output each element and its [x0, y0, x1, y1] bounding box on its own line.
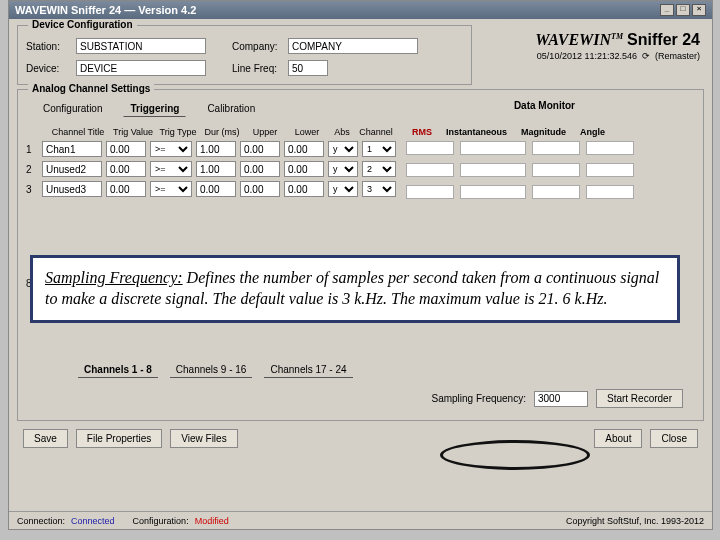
device-config-label: Device Configuration — [28, 19, 137, 30]
dm-inst — [460, 141, 526, 155]
trig-value-input[interactable] — [106, 181, 146, 197]
dm-rms — [406, 163, 454, 177]
dm-row — [406, 163, 695, 177]
start-recorder-button[interactable]: Start Recorder — [596, 389, 683, 408]
dm-angle — [586, 141, 634, 155]
company-label: Company: — [232, 41, 282, 52]
trig-type-select[interactable]: >= — [150, 141, 192, 157]
tab-configuration[interactable]: Configuration — [36, 100, 109, 117]
channel-select[interactable]: 2 — [362, 161, 396, 177]
conn-value: Connected — [71, 516, 115, 526]
statusbar: Connection: Connected Configuration: Mod… — [9, 511, 712, 529]
channel-page-tabs: Channels 1 - 8 Channels 9 - 16 Channels … — [78, 362, 353, 378]
analog-settings-label: Analog Channel Settings — [28, 83, 154, 94]
sampling-frequency-tooltip: Sampling Frequency: Defines the number o… — [30, 255, 680, 323]
trig-value-input[interactable] — [106, 141, 146, 157]
cfg-label: Configuration: — [133, 516, 189, 526]
device-input[interactable] — [76, 60, 206, 76]
channel-row: 3>=y3 — [26, 181, 396, 197]
titlebar: WAVEWIN Sniffer 24 — Version 4.2 _ □ × — [9, 1, 712, 19]
window-title: WAVEWIN Sniffer 24 — Version 4.2 — [15, 4, 196, 16]
lower-input[interactable] — [284, 181, 324, 197]
channel-title-input[interactable] — [42, 141, 102, 157]
channel-select[interactable]: 1 — [362, 141, 396, 157]
dm-rms — [406, 185, 454, 199]
maximize-button[interactable]: □ — [676, 4, 690, 16]
close-button[interactable]: Close — [650, 429, 698, 448]
cfg-value: Modified — [195, 516, 229, 526]
dm-rms — [406, 141, 454, 155]
abs-select[interactable]: y — [328, 141, 358, 157]
close-window-button[interactable]: × — [692, 4, 706, 16]
station-input[interactable] — [76, 38, 206, 54]
channel-row: 1>=y1 — [26, 141, 396, 157]
abs-select[interactable]: y — [328, 181, 358, 197]
device-config-group: Device Configuration Station: Company: D… — [17, 25, 472, 85]
station-label: Station: — [26, 41, 70, 52]
file-properties-button[interactable]: File Properties — [76, 429, 162, 448]
linefreq-label: Line Freq: — [232, 63, 282, 74]
view-files-button[interactable]: View Files — [170, 429, 237, 448]
minimize-button[interactable]: _ — [660, 4, 674, 16]
upper-input[interactable] — [240, 141, 280, 157]
tab-triggering[interactable]: Triggering — [123, 100, 186, 117]
company-input[interactable] — [288, 38, 418, 54]
dm-inst — [460, 185, 526, 199]
config-tabs: Configuration Triggering Calibration — [36, 100, 262, 117]
about-button[interactable]: About — [594, 429, 642, 448]
dm-row — [406, 185, 695, 199]
dm-angle — [586, 185, 634, 199]
dm-headers: RMS Instantaneous Magnitude Angle — [412, 127, 695, 137]
duration-input[interactable] — [196, 181, 236, 197]
dm-mag — [532, 185, 580, 199]
channel-title-input[interactable] — [42, 161, 102, 177]
lower-input[interactable] — [284, 161, 324, 177]
upper-input[interactable] — [240, 181, 280, 197]
duration-input[interactable] — [196, 161, 236, 177]
tooltip-title: Sampling Frequency: — [45, 269, 183, 286]
abs-select[interactable]: y — [328, 161, 358, 177]
channel-number: 3 — [26, 184, 38, 195]
upper-input[interactable] — [240, 161, 280, 177]
conn-label: Connection: — [17, 516, 65, 526]
brand-logo: WAVEWINTM Sniffer 24 — [535, 31, 700, 49]
duration-input[interactable] — [196, 141, 236, 157]
lower-input[interactable] — [284, 141, 324, 157]
trig-type-select[interactable]: >= — [150, 181, 192, 197]
channel-number: 2 — [26, 164, 38, 175]
dm-mag — [532, 163, 580, 177]
sampling-frequency-label: Sampling Frequency: — [431, 393, 526, 404]
data-monitor-heading: Data Monitor — [514, 100, 575, 111]
channel-select[interactable]: 3 — [362, 181, 396, 197]
dm-mag — [532, 141, 580, 155]
channel-number: 1 — [26, 144, 38, 155]
dm-inst — [460, 163, 526, 177]
tab-channels-17-24[interactable]: Channels 17 - 24 — [264, 362, 352, 378]
linefreq-input[interactable] — [288, 60, 328, 76]
column-headers: Channel Title Trig Value Trig Type Dur (… — [48, 127, 396, 137]
save-button[interactable]: Save — [23, 429, 68, 448]
trig-type-select[interactable]: >= — [150, 161, 192, 177]
sampling-frequency-input[interactable] — [534, 391, 588, 407]
trig-value-input[interactable] — [106, 161, 146, 177]
dm-row — [406, 141, 695, 155]
copyright: Copyright SoftStuf, Inc. 1993-2012 — [566, 516, 704, 526]
dm-angle — [586, 163, 634, 177]
channel-title-input[interactable] — [42, 181, 102, 197]
channel-row: 2>=y2 — [26, 161, 396, 177]
tab-channels-1-8[interactable]: Channels 1 - 8 — [78, 362, 158, 378]
tab-channels-9-16[interactable]: Channels 9 - 16 — [170, 362, 253, 378]
device-label: Device: — [26, 63, 70, 74]
tab-calibration[interactable]: Calibration — [200, 100, 262, 117]
datetime-display: 05/10/2012 11:21:32.546 ⟳ (Remaster) — [535, 51, 700, 61]
